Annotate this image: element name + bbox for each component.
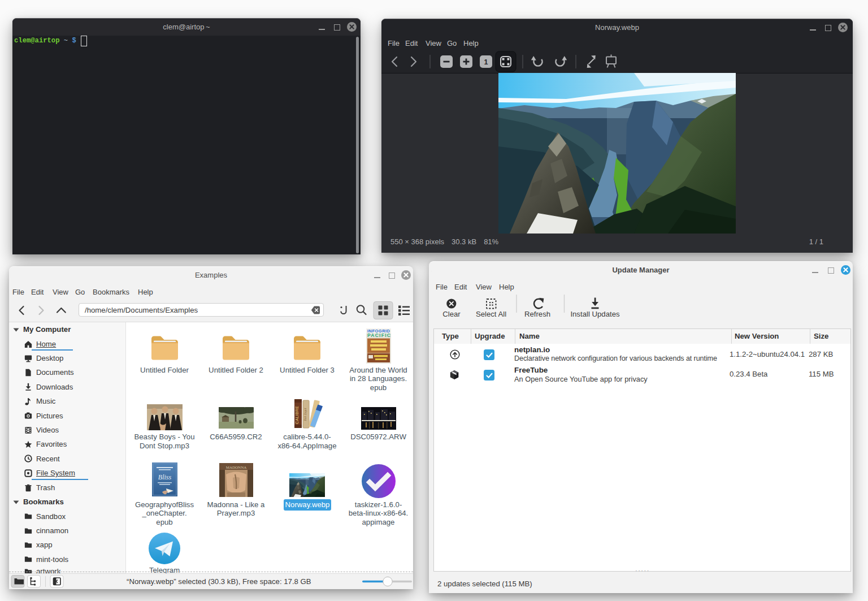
svg-text:MADONNA: MADONNA: [225, 465, 246, 470]
svg-text:1: 1: [484, 58, 488, 66]
svg-text:PACIFIC: PACIFIC: [367, 332, 390, 338]
svg-text:CALIBRE: CALIBRE: [294, 406, 298, 424]
svg-text:Rob Zagat: Rob Zagat: [303, 408, 307, 422]
svg-text:Bliss: Bliss: [158, 473, 171, 481]
